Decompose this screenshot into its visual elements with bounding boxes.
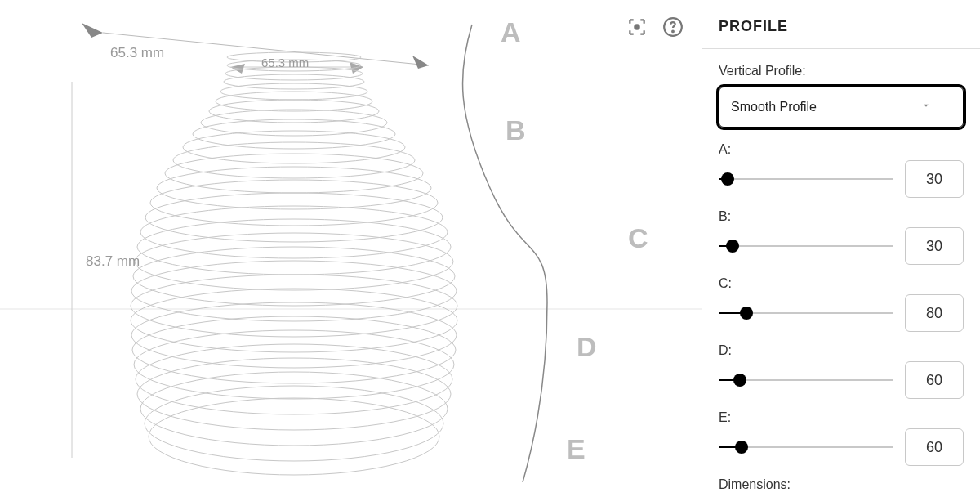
dimensions-label: Dimensions:	[719, 477, 964, 492]
param-input-2[interactable]: 80	[905, 294, 964, 332]
svg-point-16	[157, 167, 431, 209]
dim-top-inner: 65.3 mm	[261, 56, 309, 69]
help-button[interactable]	[661, 15, 685, 39]
svg-point-15	[165, 154, 423, 193]
panel-divider	[702, 48, 980, 49]
param-label-4: E:	[719, 410, 964, 425]
svg-point-29	[136, 344, 452, 414]
svg-point-12	[193, 119, 395, 149]
canvas-area[interactable]: 65.3 mm 65.3 mm 83.7 mm A B C D E	[0, 0, 702, 497]
vertical-profile-value: Smooth Profile	[731, 100, 817, 114]
profile-panel: PROFILE Vertical Profile: Smooth Profile…	[702, 0, 980, 497]
svg-point-9	[216, 92, 372, 111]
dim-height: 83.7 mm	[86, 253, 140, 270]
profile-letter-b: B	[506, 114, 525, 146]
vertical-profile-select[interactable]: Smooth Profile	[719, 87, 964, 128]
svg-point-25	[131, 289, 457, 352]
param-slider-3[interactable]	[719, 370, 893, 390]
param-slider-4[interactable]	[719, 437, 893, 457]
svg-point-19	[140, 206, 448, 258]
profile-letter-e: E	[567, 433, 585, 465]
param-input-0[interactable]: 30	[905, 160, 964, 198]
param-label-1: B:	[719, 209, 964, 224]
svg-point-32	[145, 386, 443, 461]
profile-letter-d: D	[577, 331, 596, 363]
svg-point-36	[672, 31, 674, 33]
profile-letter-a: A	[501, 16, 520, 48]
profile-letter-c: C	[628, 222, 648, 254]
param-slider-2[interactable]	[719, 303, 893, 323]
param-label-0: A:	[719, 142, 964, 157]
svg-point-18	[145, 193, 443, 242]
chevron-down-icon	[920, 100, 932, 114]
param-label-3: D:	[719, 343, 964, 358]
panel-title: PROFILE	[719, 18, 964, 35]
svg-point-28	[134, 330, 454, 399]
param-input-1[interactable]: 30	[905, 227, 964, 265]
svg-point-27	[132, 316, 456, 383]
svg-point-7	[224, 74, 364, 89]
recenter-button[interactable]	[625, 15, 649, 39]
param-label-2: C:	[719, 276, 964, 291]
vertical-profile-label: Vertical Profile:	[719, 64, 964, 78]
svg-point-34	[635, 25, 639, 29]
svg-point-22	[133, 247, 455, 306]
svg-point-30	[137, 358, 451, 430]
dim-top-width: 65.3 mm	[110, 45, 164, 61]
param-slider-1[interactable]	[719, 236, 893, 256]
svg-point-14	[173, 142, 415, 178]
param-input-4[interactable]: 60	[905, 428, 964, 466]
vase-wireframe	[0, 0, 702, 497]
param-slider-0[interactable]	[719, 169, 893, 189]
param-input-3[interactable]: 60	[905, 361, 964, 399]
